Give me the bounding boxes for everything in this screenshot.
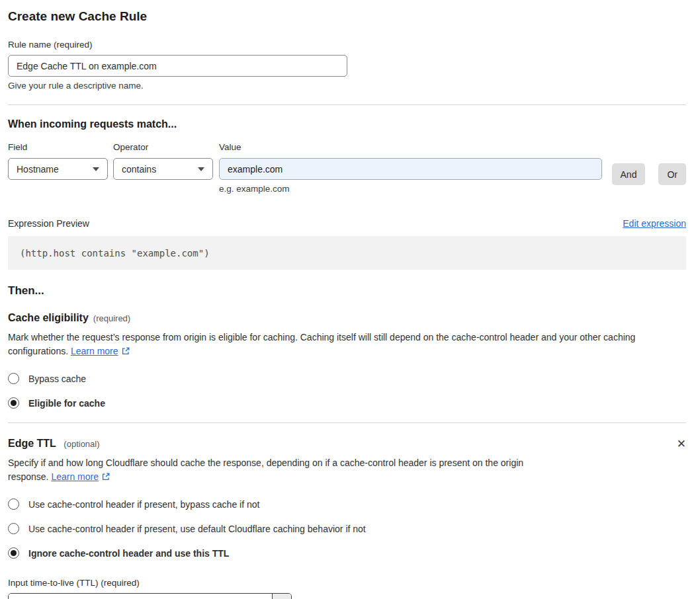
ttl-dropdown-button[interactable] — [272, 594, 291, 599]
external-link-icon — [101, 471, 110, 485]
radio-bypass-cache-label: Bypass cache — [28, 374, 86, 384]
radio-eligible-for-cache[interactable]: Eligible for cache — [8, 397, 686, 409]
divider — [8, 104, 686, 105]
edge-ttl-description: Specify if and how long Cloudflare shoul… — [8, 456, 560, 485]
radio-use-header-default[interactable]: Use cache-control header if present, use… — [8, 523, 686, 534]
radio-unchecked-icon — [8, 373, 19, 384]
edit-expression-link[interactable]: Edit expression — [623, 218, 686, 229]
create-cache-rule-form: Create new Cache Rule Rule name (require… — [0, 0, 700, 599]
radio-use-header-bypass[interactable]: Use cache-control header if present, byp… — [8, 499, 686, 510]
radio-use-header-default-label: Use cache-control header if present, use… — [28, 524, 366, 534]
cache-eligibility-qualifier: (required) — [93, 313, 130, 323]
radio-ignore-header-ttl[interactable]: Ignore cache-control header and use this… — [8, 547, 686, 559]
match-section-heading: When incoming requests match... — [8, 118, 686, 130]
radio-unchecked-icon — [8, 523, 19, 534]
radio-ignore-header-ttl-label: Ignore cache-control header and use this… — [28, 548, 229, 559]
value-group: Value e.g. example.com — [219, 142, 602, 194]
radio-checked-icon — [8, 547, 19, 559]
radio-bypass-cache[interactable]: Bypass cache — [8, 373, 686, 384]
edge-ttl-learn-more-link[interactable]: Learn more — [51, 471, 99, 482]
field-select-value: Hostname — [17, 164, 59, 175]
cache-eligibility-heading: Cache eligibility — [8, 311, 89, 324]
rule-name-group: Rule name (required) Give your rule a de… — [8, 40, 686, 91]
operator-select-value: contains — [122, 164, 156, 175]
expression-code-block: (http.host contains "example.com") — [8, 236, 686, 270]
chevron-down-icon — [198, 167, 204, 171]
radio-use-header-bypass-label: Use cache-control header if present, byp… — [28, 499, 259, 510]
field-label: Field — [8, 142, 108, 152]
operator-label: Operator — [113, 142, 213, 152]
expression-preview-row: Expression Preview Edit expression — [8, 218, 686, 229]
value-helper: e.g. example.com — [219, 184, 602, 194]
field-select[interactable]: Hostname — [8, 158, 108, 180]
radio-checked-icon — [8, 397, 19, 409]
rule-name-label: Rule name (required) — [8, 40, 686, 50]
expression-preview-label: Expression Preview — [8, 219, 89, 229]
value-label: Value — [219, 142, 602, 152]
value-input[interactable] — [219, 158, 602, 180]
and-button[interactable]: And — [612, 163, 646, 185]
match-row: Field Hostname Operator contains Value e… — [8, 142, 686, 194]
then-heading: Then... — [8, 284, 686, 298]
rule-name-helper: Give your rule a descriptive name. — [8, 81, 686, 91]
operator-select[interactable]: contains — [113, 158, 213, 180]
cache-eligibility-learn-more-link[interactable]: Learn more — [71, 346, 118, 356]
conjunction-buttons: And Or — [612, 163, 686, 185]
close-icon[interactable]: ✕ — [677, 438, 686, 450]
divider — [8, 422, 686, 423]
field-group: Field Hostname — [8, 142, 108, 180]
edge-ttl-heading: Edge TTL — [8, 438, 56, 449]
operator-group: Operator contains — [113, 142, 213, 180]
ttl-input[interactable] — [9, 594, 272, 599]
cache-eligibility-description: Mark whether the request’s response from… — [8, 331, 686, 360]
expression-code: (http.host contains "example.com") — [20, 248, 210, 259]
radio-unchecked-icon — [8, 499, 19, 510]
ttl-input-label: Input time-to-live (TTL) (required) — [8, 578, 686, 588]
edge-ttl-heading-row: Edge TTL (optional) ✕ — [8, 437, 686, 450]
external-link-icon — [121, 346, 130, 360]
radio-eligible-for-cache-label: Eligible for cache — [28, 398, 105, 409]
chevron-down-icon — [93, 167, 99, 171]
or-button[interactable]: Or — [658, 163, 686, 185]
rule-name-input[interactable] — [8, 55, 347, 77]
ttl-combo — [8, 593, 292, 599]
page-title: Create new Cache Rule — [8, 9, 686, 24]
cache-eligibility-heading-row: Cache eligibility (required) — [8, 311, 686, 324]
edge-ttl-qualifier: (optional) — [64, 439, 99, 449]
